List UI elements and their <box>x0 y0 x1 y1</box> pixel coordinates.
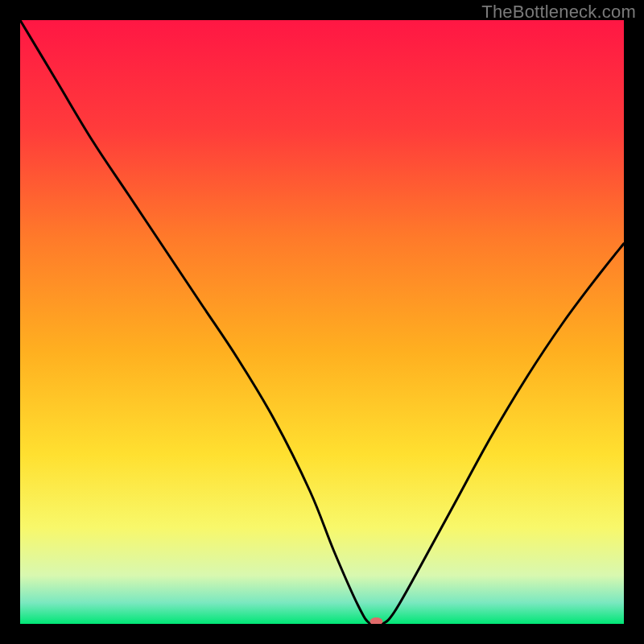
plot-area <box>20 20 624 624</box>
chart-svg <box>20 20 624 624</box>
chart-frame: TheBottleneck.com <box>0 0 644 644</box>
chart-background <box>20 20 624 624</box>
